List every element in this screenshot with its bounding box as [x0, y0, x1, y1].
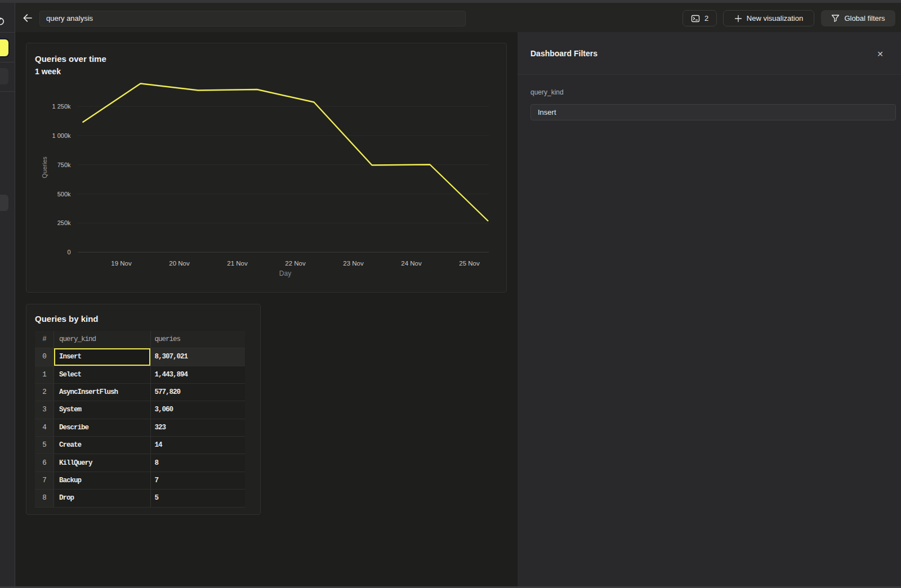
svg-text:0: 0	[67, 249, 70, 255]
svg-text:1 250k: 1 250k	[52, 103, 71, 110]
svg-text:25 Nov: 25 Nov	[459, 260, 480, 267]
svg-text:750k: 750k	[57, 161, 71, 168]
svg-text:500k: 500k	[57, 191, 71, 198]
svg-text:20 Nov: 20 Nov	[169, 260, 190, 267]
svg-text:Day: Day	[279, 270, 291, 277]
svg-text:22 Nov: 22 Nov	[285, 260, 306, 267]
svg-text:19 Nov: 19 Nov	[111, 260, 132, 267]
svg-text:250k: 250k	[57, 219, 71, 226]
svg-text:21 Nov: 21 Nov	[227, 260, 248, 267]
svg-text:24 Nov: 24 Nov	[401, 260, 422, 267]
svg-text:1 000k: 1 000k	[52, 132, 71, 139]
svg-text:23 Nov: 23 Nov	[343, 260, 364, 267]
svg-text:Queries: Queries	[41, 156, 48, 178]
